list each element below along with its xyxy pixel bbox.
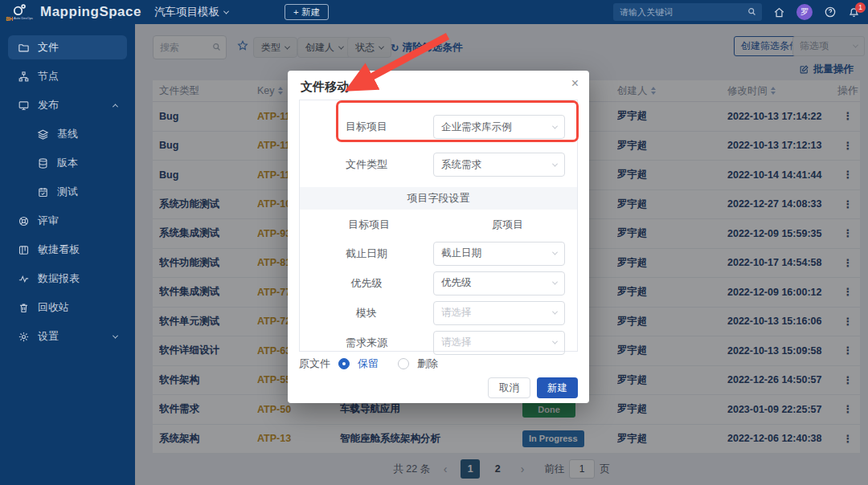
origin-project-column-header: 原项目 [439,218,578,232]
versions-icon [37,157,49,169]
trash-icon [18,302,30,314]
field-requirement-source: 需求来源 请选择 [300,328,577,357]
folder-icon [18,42,30,54]
sidebar-item-data-reports[interactable]: 数据报表 [8,267,127,291]
release-icon [18,100,30,112]
sidebar-item-label: 测试 [57,185,78,199]
dialog-title: 文件移动 [301,79,349,95]
select-value: 截止日期 [441,247,481,260]
app-root: 8H Auto DevOps MappingSpace 汽车项目模板 + 新建 … [0,0,868,485]
select-placeholder: 请选择 [441,306,472,320]
chevron-down-icon [552,309,558,315]
field-label: 截止日期 [300,247,433,261]
sidebar-item-test[interactable]: 测试 [27,180,127,204]
chevron-down-icon [552,339,558,344]
sidebar-item-nodes[interactable]: 节点 [8,64,127,88]
sidebar-item-release[interactable]: 发布 [8,93,127,117]
sidebar-item-label: 敏捷看板 [38,243,80,257]
mapping-column-headers: 目标项目 原项目 [300,211,577,238]
app-logo[interactable]: 8H Auto DevOps [2,3,37,22]
sidebar-item-label: 版本 [57,156,78,170]
sidebar-item-review[interactable]: 评审 [8,209,127,233]
sidebar-item-settings[interactable]: 设置 [8,324,127,348]
report-chart-icon [18,273,30,285]
project-title: 汽车项目模板 [154,5,219,19]
radio-keep-label: 保留 [358,357,379,371]
chevron-up-icon [113,104,118,109]
section-title: 项目字段设置 [300,187,577,210]
requirement-source-select[interactable]: 请选择 [433,331,565,355]
field-label: 需求来源 [300,336,433,350]
logo-devops-text: Auto DevOps [14,17,33,20]
kanban-board-icon [18,244,30,256]
sidebar-item-label: 文件 [38,40,59,55]
project-switcher[interactable]: 汽车项目模板 [154,5,228,19]
sidebar-item-version[interactable]: 版本 [27,151,127,175]
chevron-down-icon [113,332,118,338]
radio-delete[interactable] [398,358,409,369]
radio-keep[interactable] [338,358,350,369]
chevron-down-icon [552,161,558,166]
annotation-highlight-rect [336,100,579,142]
sidebar-item-label: 评审 [38,214,59,228]
sidebar-item-recycle-bin[interactable]: 回收站 [8,295,127,320]
due-date-select[interactable]: 截止日期 [433,242,565,266]
field-file-type: 文件类型 系统需求 [300,147,577,182]
notifications-bell-icon[interactable]: 1 [848,6,860,18]
notification-badge: 1 [855,2,866,13]
sidebar-item-baseline[interactable]: 基线 [27,122,127,146]
help-icon[interactable] [824,6,837,18]
sidebar-item-label: 基线 [57,127,78,141]
sidebar-item-label: 数据报表 [38,271,80,286]
sidebar-item-label: 发布 [38,98,59,112]
field-module: 模块 请选择 [300,298,577,328]
sidebar-item-agile-board[interactable]: 敏捷看板 [8,238,127,262]
search-icon [747,6,757,20]
sidebar-item-label: 回收站 [38,300,69,315]
select-value: 系统需求 [441,158,481,172]
sidebar-item-files[interactable]: 文件 [8,35,127,59]
chevron-down-icon [223,8,229,14]
logo-8h-text: 8H [6,16,13,22]
confirm-button[interactable]: 新建 [537,377,578,398]
new-item-button[interactable]: + 新建 [285,4,329,20]
radio-delete-label: 删除 [417,357,438,371]
original-file-radio-group: 原文件 保留 删除 [299,357,438,371]
field-due-date: 截止日期 截止日期 [300,238,577,268]
field-label: 文件类型 [300,157,433,172]
review-icon [18,215,30,227]
top-header: 8H Auto DevOps MappingSpace 汽车项目模板 + 新建 … [0,0,868,24]
layers-icon [37,128,49,141]
chevron-down-icon [552,250,558,255]
field-label: 模块 [300,306,433,320]
sidebar-nav: 文件 节点 发布 基线 版本 测试 评审 敏捷看板 [0,24,135,485]
select-value: 优先级 [441,276,472,290]
nodes-icon [18,71,30,83]
cancel-button[interactable]: 取消 [488,377,530,398]
priority-select[interactable]: 优先级 [433,271,565,295]
home-icon[interactable] [773,6,785,18]
select-placeholder: 请选择 [441,336,472,349]
chevron-down-icon [552,279,558,285]
avatar[interactable]: 罗 [796,4,813,20]
radio-group-label: 原文件 [299,357,330,371]
field-label: 优先级 [300,276,433,291]
test-icon [37,186,49,198]
target-project-column-header: 目标项目 [300,218,439,232]
global-search[interactable] [613,3,762,21]
brand-name: MappingSpace [40,4,141,20]
field-priority: 优先级 优先级 [300,268,577,298]
logo-swirl-icon [12,3,27,16]
close-icon[interactable]: × [571,77,579,90]
sidebar-item-label: 设置 [38,329,59,344]
global-search-input[interactable] [613,3,762,21]
module-select[interactable]: 请选择 [433,301,565,325]
gear-icon [18,331,30,343]
sidebar-item-label: 节点 [38,69,59,84]
file-type-select[interactable]: 系统需求 [433,153,565,177]
